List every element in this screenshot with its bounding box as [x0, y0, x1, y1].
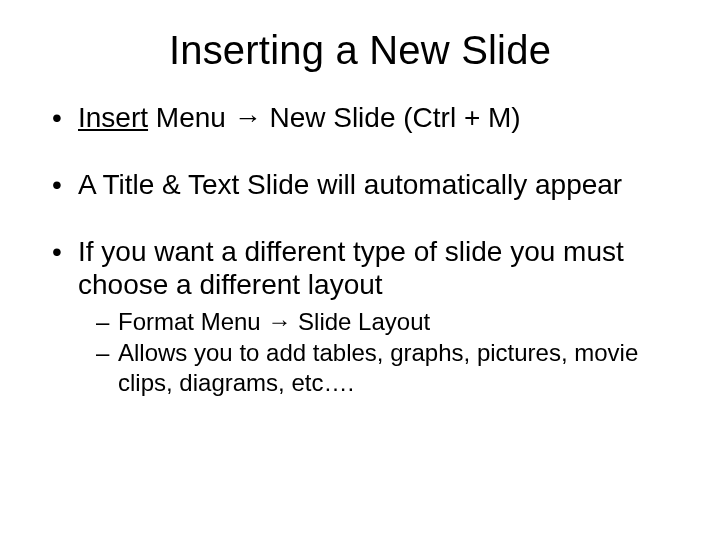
slide-content: Inserting a New Slide Insert Menu → New … [0, 0, 720, 540]
bullet-item-1: Insert Menu → New Slide (Ctrl + M) [50, 101, 670, 134]
sub-bullet-1: Format Menu → Slide Layout [96, 307, 670, 336]
bullet-1-underlined: Insert [78, 102, 148, 133]
sub-bullet-2-text: Allows you to add tables, graphs, pictur… [118, 339, 638, 395]
sub-bullet-2: Allows you to add tables, graphs, pictur… [96, 338, 670, 397]
slide-title: Inserting a New Slide [50, 28, 670, 73]
sub-bullet-1-text: Format Menu → Slide Layout [118, 308, 430, 335]
bullet-item-2: A Title & Text Slide will automatically … [50, 168, 670, 201]
bullet-1-rest: Menu → New Slide (Ctrl + M) [148, 102, 521, 133]
sub-bullet-list: Format Menu → Slide Layout Allows you to… [78, 307, 670, 397]
bullet-item-3: If you want a different type of slide yo… [50, 235, 670, 397]
bullet-2-text: A Title & Text Slide will automatically … [78, 169, 622, 200]
bullet-3-text: If you want a different type of slide yo… [78, 236, 624, 300]
bullet-list: Insert Menu → New Slide (Ctrl + M) A Tit… [50, 101, 670, 397]
